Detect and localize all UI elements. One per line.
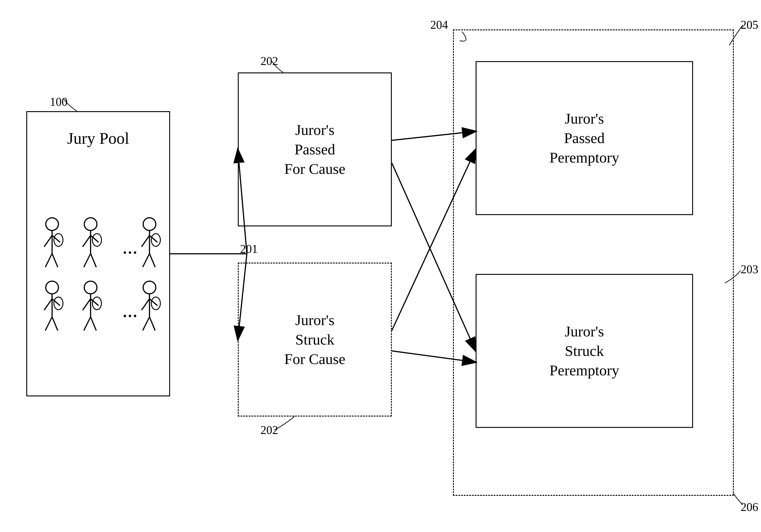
passed-peremptory-text: Juror's Passed Peremptory — [550, 109, 619, 167]
ref-202-top: 202 — [261, 54, 278, 68]
passed-cause-box: Juror's Passed For Cause — [238, 73, 392, 226]
struck-cause-text: Juror's Struck For Cause — [284, 310, 345, 369]
ref-100: 100 — [50, 95, 68, 108]
struck-cause-box: Juror's Struck For Cause — [238, 263, 392, 416]
ref-206: 206 — [740, 500, 758, 514]
jury-pool-label: Jury Pool — [26, 129, 170, 148]
ref-203: 203 — [740, 263, 758, 276]
ref-204: 204 — [430, 18, 448, 31]
ref-205: 205 — [740, 18, 758, 31]
passed-cause-text: Juror's Passed For Cause — [284, 120, 345, 179]
struck-peremptory-text: Juror's Struck Peremptory — [550, 322, 619, 380]
passed-peremptory-box: Juror's Passed Peremptory — [476, 61, 693, 215]
ref-201: 201 — [240, 242, 258, 256]
jury-pool-box — [26, 111, 170, 397]
diagram-container: Jury Pool 100 Juror's Passed For Cause 2… — [0, 0, 761, 532]
struck-peremptory-box: Juror's Struck Peremptory — [476, 274, 693, 428]
ref-202-bottom: 202 — [261, 423, 278, 437]
